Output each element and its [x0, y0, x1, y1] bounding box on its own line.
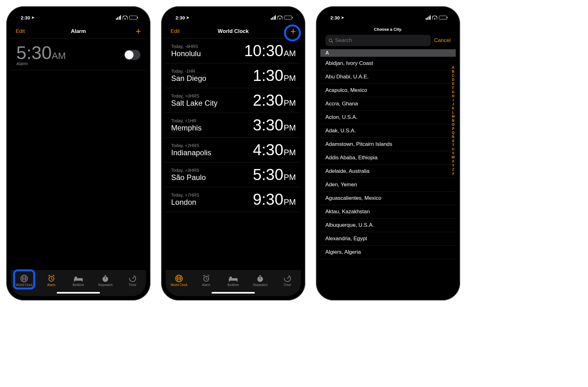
index-letter[interactable]: J [452, 102, 455, 106]
tab-stopwatch[interactable]: Stopwatch [92, 271, 119, 290]
index-letter[interactable]: S [452, 139, 455, 143]
home-indicator[interactable] [57, 292, 100, 294]
tab-timer[interactable]: Timer [119, 271, 146, 290]
wifi-icon [432, 16, 437, 19]
edit-button[interactable]: Edit [16, 28, 25, 34]
city-row[interactable]: Aden, Yemen [320, 178, 456, 192]
world-clock-row[interactable]: Today, -1HRSan Diego1:30PM [165, 63, 301, 88]
svg-rect-30 [229, 277, 232, 278]
tab-alarm[interactable]: Alarm [192, 271, 219, 290]
add-button[interactable]: + [135, 28, 141, 34]
index-letter[interactable]: Z [452, 167, 455, 171]
svg-rect-11 [82, 281, 83, 282]
city-row[interactable]: Albuquerque, U.S.A. [320, 219, 456, 232]
clock-ampm: PM [284, 98, 296, 108]
location-icon: ➤ [186, 15, 189, 20]
svg-rect-32 [260, 275, 261, 276]
phone-world-clock: 2:30 ➤ Edit World Clock + Today, -4HRSHo… [161, 6, 305, 300]
alarm-row[interactable]: 5:30AM Alarm [11, 38, 146, 70]
world-clock-row[interactable]: Today, +3HRSSão Paulo5:30PM [165, 162, 301, 187]
tab-timer[interactable]: Timer [274, 271, 301, 290]
clock-city: Honolulu [171, 49, 201, 58]
tab-world-clock[interactable]: World Clock [165, 271, 192, 290]
index-letter[interactable]: Y [452, 163, 455, 167]
index-letter[interactable]: P [452, 127, 455, 130]
clock-ampm: PM [284, 73, 296, 83]
city-row[interactable]: Acapulco, Mexico [320, 84, 456, 97]
home-indicator[interactable] [212, 292, 255, 294]
city-row[interactable]: Addis Ababa, Ethiopia [320, 151, 456, 165]
index-letter[interactable]: R [452, 135, 455, 139]
search-field[interactable] [325, 35, 431, 46]
battery-icon [284, 16, 292, 19]
index-letter[interactable]: B [452, 70, 455, 73]
location-icon: ➤ [31, 15, 34, 20]
index-letter[interactable]: D [452, 78, 455, 82]
index-letter[interactable]: M [452, 114, 455, 118]
alphabet-index[interactable]: ABCDEFGHIJKLMNOPQRSTUVWXYZ# [452, 66, 455, 175]
clock-offset: Today, +0HRS [171, 93, 218, 98]
index-letter[interactable]: U [452, 147, 455, 151]
world-clock-icon [175, 274, 183, 283]
svg-line-26 [208, 275, 209, 276]
bedtime-icon [74, 274, 83, 283]
world-clock-row[interactable]: Today, +0HRSSalt Lake City2:30PM [165, 88, 301, 113]
clock-time: 3:30PM [253, 116, 296, 134]
tab-alarm[interactable]: Alarm [38, 271, 65, 290]
index-letter[interactable]: N [452, 119, 455, 122]
index-letter[interactable]: I [452, 98, 455, 102]
clock-city: Indianapolis [171, 148, 211, 157]
search-icon [328, 38, 333, 43]
index-letter[interactable]: # [452, 172, 455, 175]
nav-bar: Edit Alarm + [11, 24, 146, 38]
index-letter[interactable]: A [452, 66, 455, 69]
city-row[interactable]: Alexandria, Egypt [320, 232, 456, 246]
add-button[interactable]: + [290, 28, 296, 34]
cancel-button[interactable]: Cancel [434, 37, 451, 44]
alarm-toggle[interactable] [124, 50, 140, 60]
city-row[interactable]: Accra, Ghana [320, 97, 456, 111]
index-letter[interactable]: F [452, 86, 455, 90]
svg-line-37 [332, 41, 333, 43]
tab-label: Stopwatch [98, 283, 113, 287]
index-letter[interactable]: O [452, 123, 455, 126]
city-row[interactable]: Adamstown, Pitcairn Islands [320, 138, 456, 151]
page-title: World Clock [218, 28, 249, 34]
tab-bedtime[interactable]: Bedtime [65, 271, 92, 290]
index-letter[interactable]: K [452, 106, 455, 110]
world-clock-row[interactable]: Today, -4HRSHonolulu10:30AM [165, 38, 301, 63]
city-row[interactable]: Adelaide, Australia [320, 165, 456, 178]
world-clock-row[interactable]: Today, +1HRMemphis3:30PM [165, 113, 301, 137]
world-clock-row[interactable]: Today, +7HRSLondon9:30PM [165, 187, 301, 212]
index-letter[interactable]: X [452, 159, 455, 163]
battery-icon [439, 16, 447, 19]
cellular-icon [271, 15, 276, 20]
index-letter[interactable]: Q [452, 131, 455, 135]
tab-stopwatch[interactable]: Stopwatch [247, 271, 274, 290]
city-row[interactable]: Adak, U.S.A. [320, 124, 456, 138]
edit-button[interactable]: Edit [171, 28, 180, 34]
svg-rect-9 [74, 278, 83, 281]
clock-city: São Paulo [171, 173, 206, 182]
tab-world-clock[interactable]: World Clock [11, 271, 38, 290]
index-letter[interactable]: L [452, 110, 455, 114]
search-input[interactable] [335, 37, 428, 44]
city-row[interactable]: Aguascalientes, Mexico [320, 192, 456, 205]
tab-label: Stopwatch [253, 283, 268, 287]
index-letter[interactable]: C [452, 74, 455, 77]
index-letter[interactable]: H [452, 94, 455, 98]
index-letter[interactable]: E [452, 82, 455, 86]
city-row[interactable]: Abu Dhabi, U.A.E. [320, 70, 456, 84]
index-letter[interactable]: T [452, 143, 455, 147]
index-letter[interactable]: G [452, 90, 455, 94]
index-letter[interactable]: V [452, 151, 455, 155]
city-row[interactable]: Acton, U.S.A. [320, 111, 456, 124]
index-letter[interactable]: W [452, 155, 455, 159]
city-row[interactable]: Aktau, Kazakhstan [320, 205, 456, 219]
world-clock-row[interactable]: Today, +2HRSIndianapolis4:30PM [165, 137, 301, 162]
battery-icon [129, 16, 137, 19]
tab-bedtime[interactable]: Bedtime [220, 271, 247, 290]
city-row[interactable]: Algiers, Algeria [320, 246, 456, 259]
clock-offset: Today, +1HR [171, 118, 202, 123]
city-row[interactable]: Abidjan, Ivory Coast [320, 57, 456, 70]
